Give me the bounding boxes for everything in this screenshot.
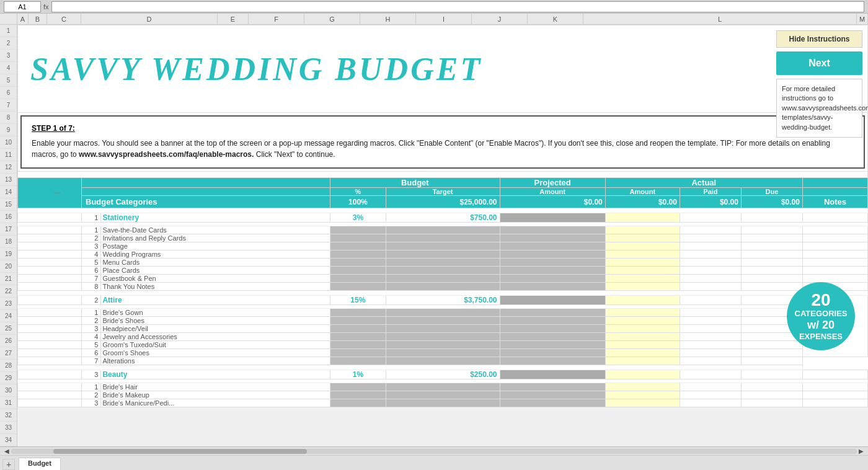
total-target: $25,000.00	[386, 196, 500, 208]
categories-label: Budget Categories	[82, 196, 330, 208]
item-menu-cards: Menu Cards	[101, 259, 330, 267]
row-num-16: 16	[0, 211, 17, 223]
row-num-6: 6	[0, 87, 17, 99]
col-header-H: H	[360, 14, 416, 24]
target-subheader: Target	[386, 188, 500, 196]
item-grooms-shoes: Groom's Shoes	[101, 349, 330, 357]
attire-item-6: 6 Groom's Shoes	[18, 349, 868, 357]
row-num-24: 24	[0, 310, 17, 322]
row-num-12: 12	[0, 161, 17, 174]
move-up-icon[interactable]: ▲	[35, 186, 49, 200]
col-header-C: C	[47, 14, 81, 24]
cat1-target: $750.00	[386, 213, 500, 223]
title-cell: SAVVY WEDDING BUDGET	[18, 25, 771, 112]
spacer-row-13	[18, 208, 868, 213]
attire-item-7: 7 Alterations	[18, 357, 868, 365]
col-header-F: F	[249, 14, 304, 24]
badge-number: 20	[811, 291, 830, 309]
notes-header-spacer	[802, 178, 867, 188]
stationery-item-8: 8 Thank You Notes	[18, 283, 868, 291]
formula-input[interactable]	[51, 1, 864, 12]
badge-expenses: EXPENSES	[799, 332, 843, 342]
attire-item-4: 4 Jewelry and Accessories	[18, 333, 868, 341]
cat1-due	[741, 213, 802, 223]
sheet-tab-budget[interactable]: Budget	[19, 458, 61, 470]
step-label: STEP 1 of 7:	[32, 124, 854, 133]
row-num-18: 18	[0, 236, 17, 248]
horizontal-scrollbar[interactable]: ◀ ▶	[0, 446, 868, 455]
col-header-M: M	[857, 14, 868, 24]
due-subheader: Due	[741, 188, 802, 196]
row-num-1: 1	[0, 25, 17, 37]
badge-w20: w/ 20	[807, 319, 835, 332]
row-num-7: 7	[0, 99, 17, 112]
row-num-33: 33	[0, 422, 17, 434]
cat1-pct: 3%	[330, 213, 386, 223]
app-window: fx A B C D E F G H I J K L M 1 2 3 4 5 6…	[0, 0, 868, 470]
badge-cell: 20 CATEGORIES w/ 20 EXPENSES	[802, 296, 867, 357]
row-num-spacer	[0, 14, 17, 24]
cat3-name: Beauty	[101, 370, 330, 379]
item-thankyou: Thank You Notes	[101, 283, 330, 291]
beauty-item-3: 3 Bride's Manicure/Pedi...	[18, 399, 868, 407]
row-num-34: 34	[0, 434, 17, 446]
pct-subheader: %	[330, 188, 386, 196]
row-num-29: 29	[0, 372, 17, 384]
scroll-thumb[interactable]	[53, 449, 307, 454]
minus-icon[interactable]: −	[50, 186, 64, 200]
next-button[interactable]: Next	[776, 51, 862, 75]
side-info-text: For more detailed instructions go to www…	[776, 79, 862, 138]
row-num-15: 15	[0, 198, 17, 211]
notes-label: Notes	[802, 196, 867, 208]
cat1-name: Stationery	[101, 213, 330, 223]
row-num-4: 4	[0, 62, 17, 74]
cat2-name: Attire	[101, 296, 330, 305]
row-num-28: 28	[0, 360, 17, 372]
total-pct: 100%	[330, 196, 386, 208]
instructions-link: www.savvyspreadsheets.com/faq/enable-mac…	[79, 150, 254, 159]
item-jewelry: Jewelry and Accessories	[101, 333, 330, 341]
item-alterations: Alterations	[101, 357, 330, 365]
col-header-B: B	[29, 14, 47, 24]
stationery-item-1: 1 Save-the-Date Cards	[18, 226, 868, 234]
scroll-left-arrow[interactable]: ◀	[2, 447, 11, 456]
stationery-item-7: 7 Guestbook & Pen	[18, 275, 868, 283]
stationery-item-3: 3 Postage	[18, 242, 868, 251]
item-guestbook: Guestbook & Pen	[101, 275, 330, 283]
stationery-item-4: 4 Wedding Programs	[18, 251, 868, 259]
item-brides-shoes: Bride's Shoes	[101, 317, 330, 325]
projected-header: Projected	[500, 178, 605, 188]
row-num-11: 11	[0, 149, 17, 161]
empty-row-9	[18, 172, 868, 178]
row-num-23: 23	[0, 298, 17, 310]
col-header-K: K	[528, 14, 583, 24]
cat2-pct: 15%	[330, 296, 386, 305]
scroll-track[interactable]	[11, 449, 857, 454]
app-title: SAVVY WEDDING BUDGET	[30, 51, 482, 87]
col-header-J: J	[472, 14, 528, 24]
row-num-27: 27	[0, 347, 17, 360]
total-due: $0.00	[741, 196, 802, 208]
scroll-right-arrow[interactable]: ▶	[857, 447, 866, 456]
attire-item-2: 2 Bride's Shoes	[18, 317, 868, 325]
hide-instructions-button[interactable]: Hide Instructions	[776, 30, 862, 48]
table-header-row1: ▼ ▲ − + Budget Projected Actual	[18, 178, 868, 188]
row-num-9: 9	[0, 124, 17, 136]
item-brides-hair: Bride's Hair	[101, 383, 330, 391]
plus-icon[interactable]: +	[65, 186, 79, 200]
budget-header: Budget	[330, 178, 500, 188]
attire-item-1: 1 Bride's Gown	[18, 309, 868, 317]
totals-row: Budget Categories 100% $25,000.00 $0.00 …	[18, 196, 868, 208]
move-down-icon[interactable]: ▼	[20, 186, 34, 200]
cell-reference[interactable]	[4, 1, 41, 12]
item-brides-mani: Bride's Manicure/Pedi...	[101, 399, 330, 407]
row-num-3: 3	[0, 50, 17, 62]
stationery-item-2: 2 Invitations and Reply Cards	[18, 234, 868, 242]
col-header-A: A	[17, 14, 29, 24]
row-num-20: 20	[0, 260, 17, 273]
sheet-content: SAVVY WEDDING BUDGET Hide Instructions N…	[17, 25, 868, 446]
cat1-paid	[680, 213, 741, 223]
col-header-D: D	[81, 14, 218, 24]
add-sheet-button[interactable]: +	[2, 459, 15, 470]
row-num-22: 22	[0, 285, 17, 298]
